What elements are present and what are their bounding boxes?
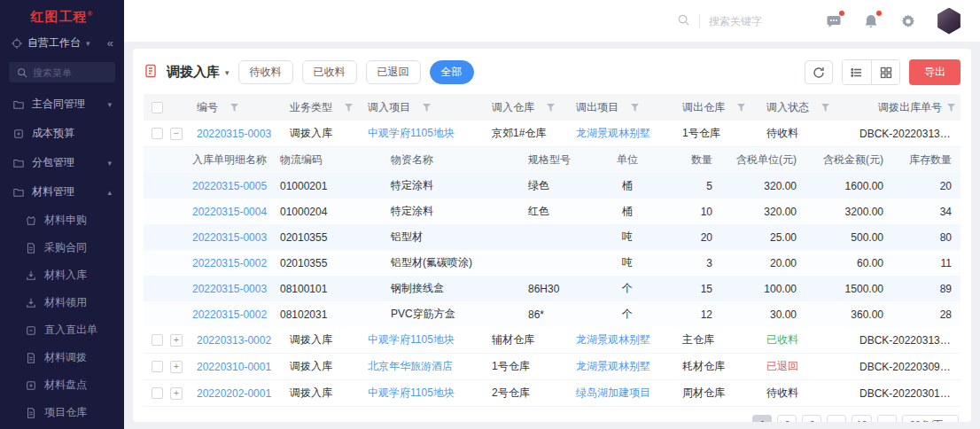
avatar[interactable]	[936, 8, 962, 35]
page-button[interactable]: 3	[802, 415, 821, 422]
message-icon[interactable]	[824, 12, 844, 31]
bell-icon[interactable]	[861, 12, 881, 31]
row-checkbox[interactable]	[152, 128, 163, 139]
row-checkbox[interactable]	[152, 361, 163, 372]
sidebar-item-material-purchase[interactable]: 材料申购	[0, 207, 124, 234]
filter-icon[interactable]	[947, 104, 955, 112]
workspace-icon	[11, 37, 22, 49]
sidebar-item-direct-in-out[interactable]: 直入直出单	[0, 316, 124, 344]
filter-icon[interactable]	[631, 104, 639, 112]
subtable-row: 20220315-0005 01000201 特定涂料 绿色 桶 5 320.0…	[144, 173, 961, 199]
sidebar-item-material-use[interactable]: 材料领用	[0, 289, 124, 316]
page-size-select[interactable]: 20条/页▾	[902, 415, 959, 422]
subtable-row: 20220315-0003 08100101 钢制接线盒 86H30 个 15 …	[144, 276, 961, 301]
next-page-button[interactable]: >	[877, 415, 897, 422]
refresh-button[interactable]	[805, 60, 833, 84]
transfer-icon	[25, 352, 36, 363]
sidebar-item-subcontract[interactable]: 分包管理▾	[0, 148, 124, 177]
folder-icon	[12, 98, 24, 110]
list-view-icon[interactable]	[843, 60, 871, 84]
detail-link[interactable]: 20220315-0004	[192, 206, 267, 218]
page-ellipsis[interactable]: ···	[827, 415, 846, 422]
sidebar-item-material-in[interactable]: 材料入库	[0, 261, 124, 289]
sidebar-item-material-transfer[interactable]: 材料调拨	[0, 344, 124, 371]
row-checkbox[interactable]	[152, 387, 163, 399]
in-project-link[interactable]: 中观学府1105地块	[368, 386, 455, 399]
table-row: + 20220313-0002 调拨入库 中观学府1105地块 辅材仓库 龙湖景…	[144, 327, 961, 354]
chevron-down-icon[interactable]: ▾	[225, 68, 229, 77]
grid-view-icon[interactable]	[871, 60, 899, 84]
in-project-link[interactable]: 中观学府1105地块	[368, 127, 455, 139]
filter-icon[interactable]	[547, 104, 555, 112]
divider	[699, 14, 700, 28]
notification-dot	[876, 11, 882, 16]
record-id-link[interactable]: 20220315-0003	[197, 128, 271, 140]
export-button[interactable]: 导出	[909, 59, 961, 85]
detail-link[interactable]: 20220315-0005	[192, 180, 267, 192]
sidebar-item-main-contract[interactable]: 主合同管理▾	[0, 90, 124, 119]
filter-icon[interactable]	[821, 104, 829, 112]
main-area: 调拨入库 ▾ 待收料 已收料 已退回 全部 导出	[124, 0, 980, 429]
select-all-checkbox[interactable]	[152, 102, 163, 113]
collapse-row-toggle[interactable]: −	[170, 128, 183, 140]
filter-icon[interactable]	[230, 104, 238, 112]
filter-all-button[interactable]: 全部	[430, 60, 474, 84]
sidebar-item-cost-budget[interactable]: 成本预算	[0, 119, 124, 148]
row-checkbox[interactable]	[152, 334, 163, 346]
filter-returned-button[interactable]: 已退回	[366, 60, 421, 84]
filter-icon[interactable]	[423, 104, 431, 112]
expand-row-toggle[interactable]: +	[170, 361, 183, 373]
gear-icon[interactable]	[898, 12, 918, 31]
page-button[interactable]: 2	[777, 415, 797, 422]
subtable-row: 20220315-0002 08102031 PVC穿筋方盒 86* 个 12 …	[144, 301, 961, 327]
sidebar-item-material-mgmt[interactable]: 材料管理▴	[0, 177, 124, 207]
content: 调拨入库 ▾ 待收料 已收料 已退回 全部 导出	[124, 42, 980, 429]
out-project-link[interactable]: 绿岛湖加建项目	[576, 386, 650, 399]
in-project-link[interactable]: 北京年华旅游酒店	[368, 360, 453, 372]
page-button[interactable]: 1	[752, 415, 772, 422]
folder-icon	[12, 186, 24, 198]
subtable-row: 20220315-0004 01000204 特定涂料 红色 桶 10 320.…	[144, 199, 961, 224]
sidebar-collapse-icon[interactable]: «	[107, 36, 113, 50]
workspace-switcher[interactable]: 自营工作台 ▾ «	[0, 29, 124, 57]
app-logo: 红图工程®	[0, 0, 124, 29]
out-project-link[interactable]: 龙湖景观林别墅	[576, 360, 650, 372]
view-switcher	[842, 59, 900, 85]
page-title: 调拨入库	[167, 64, 220, 81]
material-use-icon	[25, 297, 36, 308]
out-project-link[interactable]: 龙湖景观林别墅	[576, 333, 650, 346]
subtable-body: 20220315-0005 01000201 特定涂料 绿色 桶 5 320.0…	[144, 173, 961, 327]
table-header-row: 编号 业务类型 调入项目 调入仓库 调出项目 调出仓库 调入状态 调拨出库单号	[144, 94, 961, 121]
pagination: 1 2 3 ··· 10 > 20条/页▾	[144, 407, 961, 422]
filter-pending-button[interactable]: 待收料	[238, 60, 293, 84]
record-id-link[interactable]: 20220202-0001	[197, 387, 271, 400]
record-id-link[interactable]: 20220313-0002	[197, 334, 271, 347]
global-search-input[interactable]	[709, 15, 806, 27]
menu-search[interactable]	[9, 62, 115, 82]
menu-search-input[interactable]	[33, 67, 104, 78]
filter-icon[interactable]	[345, 104, 353, 112]
filter-icon[interactable]	[737, 104, 745, 112]
direct-in-out-icon	[25, 324, 36, 336]
subtable-row: 20220315-0003 02010355 铝型材 吨 20 25.00 50…	[144, 224, 961, 250]
out-project-link[interactable]: 龙湖景观林别墅	[576, 127, 650, 139]
notification-dot	[839, 11, 844, 16]
page-button[interactable]: 10	[852, 415, 871, 422]
detail-link[interactable]: 20220315-0002	[192, 257, 267, 269]
sidebar-item-purchase-contract[interactable]: 采购合同	[0, 234, 124, 261]
chevron-down-icon: ▾	[107, 100, 112, 109]
global-search[interactable]	[677, 13, 806, 29]
detail-link[interactable]: 20220315-0003	[192, 231, 267, 244]
record-id-link[interactable]: 20220310-0001	[197, 361, 271, 373]
detail-link[interactable]: 20220315-0002	[192, 308, 267, 321]
sidebar-item-project-warehouse[interactable]: 项目仓库	[0, 399, 124, 426]
detail-link[interactable]: 20220315-0003	[192, 283, 267, 295]
expand-row-toggle[interactable]: +	[170, 387, 183, 400]
sidebar-item-stocktake[interactable]: 材料盘点	[0, 371, 124, 399]
chevron-down-icon: ▾	[86, 39, 90, 48]
expand-row-toggle[interactable]: +	[170, 334, 183, 347]
in-project-link[interactable]: 中观学府1105地块	[368, 333, 455, 346]
filter-received-button[interactable]: 已收料	[302, 60, 357, 84]
search-icon	[677, 13, 690, 29]
folder-icon	[12, 157, 24, 168]
